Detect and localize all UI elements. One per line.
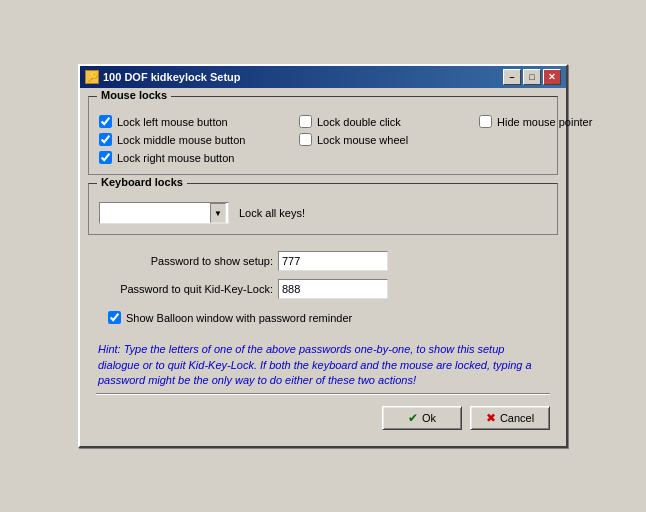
window-icon: 🔑 (85, 70, 99, 84)
show-setup-row: Password to show setup: (98, 251, 548, 271)
hint-text: Hint: Type the letters of one of the abo… (88, 336, 558, 392)
lock-double-checkbox[interactable] (299, 115, 312, 128)
mouse-locks-group: Mouse locks Lock left mouse button Lock … (88, 96, 558, 175)
title-bar-controls: – □ ✕ (503, 69, 561, 85)
lock-wheel-cell: Lock mouse wheel (299, 133, 479, 146)
minimize-button[interactable]: – (503, 69, 521, 85)
balloon-label: Show Balloon window with password remind… (126, 312, 352, 324)
quit-password-label: Password to quit Kid-Key-Lock: (98, 283, 273, 295)
mouse-locks-grid: Lock left mouse button Lock double click… (99, 115, 547, 164)
lock-right-label: Lock right mouse button (117, 152, 234, 164)
lock-wheel-label: Lock mouse wheel (317, 134, 408, 146)
button-divider (96, 393, 550, 394)
keyboard-locks-group: Keyboard locks ▼ Lock all keys! (88, 183, 558, 235)
lock-double-cell: Lock double click (299, 115, 479, 128)
keyboard-row: ▼ Lock all keys! (99, 202, 547, 224)
close-button[interactable]: ✕ (543, 69, 561, 85)
ok-icon: ✔ (408, 411, 418, 425)
lock-middle-label: Lock middle mouse button (117, 134, 245, 146)
lock-middle-cell: Lock middle mouse button (99, 133, 299, 146)
lock-hide-cell: Hide mouse pointer (479, 115, 646, 128)
lock-hide-checkbox[interactable] (479, 115, 492, 128)
lock-all-label: Lock all keys! (239, 207, 305, 219)
main-window: 🔑 100 DOF kidkeylock Setup – □ ✕ Mouse l… (78, 64, 568, 447)
balloon-checkbox[interactable] (108, 311, 121, 324)
cancel-icon: ✖ (486, 411, 496, 425)
quit-password-input[interactable] (278, 279, 388, 299)
title-bar-text: 🔑 100 DOF kidkeylock Setup (85, 70, 241, 84)
mouse-locks-title: Mouse locks (97, 89, 171, 101)
dropdown-arrow-icon[interactable]: ▼ (210, 203, 226, 223)
ok-label: Ok (422, 412, 436, 424)
lock-left-label: Lock left mouse button (117, 116, 228, 128)
balloon-row: Show Balloon window with password remind… (98, 307, 548, 328)
lock-right-cell: Lock right mouse button (99, 151, 299, 164)
lock-wheel-checkbox[interactable] (299, 133, 312, 146)
empty-cell-1 (479, 133, 646, 146)
lock-middle-checkbox[interactable] (99, 133, 112, 146)
window-content: Mouse locks Lock left mouse button Lock … (80, 88, 566, 445)
show-setup-input[interactable] (278, 251, 388, 271)
keyboard-locks-title: Keyboard locks (97, 176, 187, 188)
password-section: Password to show setup: Password to quit… (88, 243, 558, 336)
ok-button[interactable]: ✔ Ok (382, 406, 462, 430)
cancel-label: Cancel (500, 412, 534, 424)
window-title: 100 DOF kidkeylock Setup (103, 71, 241, 83)
show-setup-label: Password to show setup: (98, 255, 273, 267)
lock-double-label: Lock double click (317, 116, 401, 128)
hint-content: Hint: Type the letters of one of the abo… (98, 343, 532, 386)
cancel-button[interactable]: ✖ Cancel (470, 406, 550, 430)
maximize-button[interactable]: □ (523, 69, 541, 85)
lock-left-checkbox[interactable] (99, 115, 112, 128)
lock-hide-label: Hide mouse pointer (497, 116, 592, 128)
keyboard-dropdown[interactable]: ▼ (99, 202, 229, 224)
quit-password-row: Password to quit Kid-Key-Lock: (98, 279, 548, 299)
button-row: ✔ Ok ✖ Cancel (88, 400, 558, 438)
title-bar: 🔑 100 DOF kidkeylock Setup – □ ✕ (80, 66, 566, 88)
lock-left-cell: Lock left mouse button (99, 115, 299, 128)
lock-right-checkbox[interactable] (99, 151, 112, 164)
